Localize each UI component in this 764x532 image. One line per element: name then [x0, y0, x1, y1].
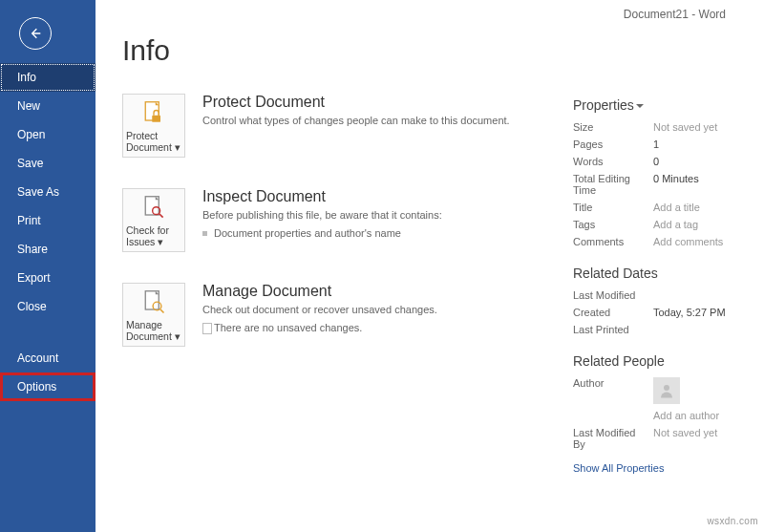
backstage-sidebar: Info New Open Save Save As Print Share E… [0, 0, 96, 532]
inspect-document-icon [140, 195, 167, 222]
prop-value-title[interactable]: Add a title [653, 199, 754, 216]
page-title: Info [122, 34, 554, 67]
prop-label: Comments [573, 233, 653, 250]
prop-value-pages: 1 [653, 136, 754, 153]
prop-label: Last Modified [573, 287, 653, 304]
sidebar-item-print[interactable]: Print [0, 206, 96, 235]
check-for-issues-button[interactable]: Check for Issues ▾ [122, 188, 185, 252]
sidebar-item-new[interactable]: New [0, 92, 96, 120]
prop-value-last-printed [653, 321, 754, 338]
prop-label: Tags [573, 216, 653, 233]
prop-label: Words [573, 153, 653, 170]
author-label: Author [573, 374, 653, 407]
section-inspect: Check for Issues ▾ Inspect Document Befo… [122, 188, 554, 252]
back-arrow-icon [28, 26, 43, 41]
person-icon [658, 382, 675, 399]
protect-document-icon [140, 100, 167, 127]
svg-line-4 [159, 214, 163, 218]
properties-heading[interactable]: Properties [573, 97, 754, 113]
add-author-link[interactable]: Add an author [653, 407, 754, 424]
related-dates-heading: Related Dates [573, 266, 754, 281]
related-people-table: Author Add an author Last Modified ByNot… [573, 374, 754, 453]
prop-value-last-modified [653, 287, 754, 304]
prop-value-editing-time: 0 Minutes [653, 170, 754, 199]
prop-label: Pages [573, 136, 653, 153]
prop-value-created: Today, 5:27 PM [653, 304, 754, 321]
back-button[interactable] [19, 17, 52, 50]
protect-heading: Protect Document [202, 94, 554, 111]
sidebar-item-options[interactable]: Options [0, 372, 96, 401]
last-modified-by-value: Not saved yet [653, 424, 754, 453]
prop-value-tags[interactable]: Add a tag [653, 216, 754, 233]
properties-table: SizeNot saved yet Pages1 Words0 Total Ed… [573, 118, 754, 250]
inspect-subitem: Document properties and author's name [202, 226, 554, 241]
avatar [653, 377, 680, 404]
svg-rect-1 [152, 116, 160, 122]
properties-heading-label: Properties [573, 97, 634, 113]
inspect-heading: Inspect Document [202, 188, 554, 205]
protect-desc: Control what types of changes people can… [202, 114, 554, 128]
manage-subitem: There are no unsaved changes. [202, 321, 554, 335]
sidebar-item-save-as[interactable]: Save As [0, 178, 96, 206]
prop-label: Created [573, 304, 653, 321]
section-manage: Manage Document ▾ Manage Document Check … [122, 283, 554, 347]
manage-document-icon [140, 289, 167, 316]
svg-point-8 [664, 385, 669, 391]
watermark: wsxdn.com [707, 516, 758, 526]
show-all-properties-link[interactable]: Show All Properties [573, 462, 754, 474]
prop-value-size: Not saved yet [653, 118, 754, 136]
manage-heading: Manage Document [202, 283, 554, 300]
dropdown-icon [636, 104, 644, 108]
main-content: Info Protect Document ▾ Protect Document… [96, 0, 568, 387]
inspect-desc: Before publishing this file, be aware th… [202, 208, 554, 223]
prop-value-comments[interactable]: Add comments [653, 233, 754, 250]
properties-panel: Properties SizeNot saved yet Pages1 Word… [573, 97, 754, 474]
prop-label: Size [573, 118, 653, 136]
protect-document-button[interactable]: Protect Document ▾ [122, 94, 185, 158]
prop-label: Last Printed [573, 321, 653, 338]
section-protect: Protect Document ▾ Protect Document Cont… [122, 94, 554, 158]
prop-label: Title [573, 199, 653, 216]
related-people-heading: Related People [573, 353, 754, 369]
window-title: Document21 - Word [624, 8, 726, 21]
sidebar-item-close[interactable]: Close [0, 292, 96, 321]
sidebar-item-save[interactable]: Save [0, 149, 96, 178]
protect-document-button-label: Protect Document ▾ [126, 130, 181, 153]
last-modified-by-label: Last Modified By [573, 424, 653, 453]
manage-document-button-label: Manage Document ▾ [126, 319, 181, 342]
sidebar-item-account[interactable]: Account [0, 344, 96, 372]
prop-value-words: 0 [653, 153, 754, 170]
sidebar-item-info[interactable]: Info [0, 63, 96, 92]
sidebar-item-open[interactable]: Open [0, 120, 96, 149]
related-dates-table: Last Modified CreatedToday, 5:27 PM Last… [573, 287, 754, 338]
prop-label: Total Editing Time [573, 170, 653, 199]
svg-line-7 [160, 309, 164, 313]
sidebar-item-share[interactable]: Share [0, 235, 96, 264]
check-for-issues-button-label: Check for Issues ▾ [126, 224, 181, 247]
manage-desc: Check out document or recover unsaved ch… [202, 303, 554, 317]
manage-document-button[interactable]: Manage Document ▾ [122, 283, 185, 347]
sidebar-item-export[interactable]: Export [0, 264, 96, 292]
